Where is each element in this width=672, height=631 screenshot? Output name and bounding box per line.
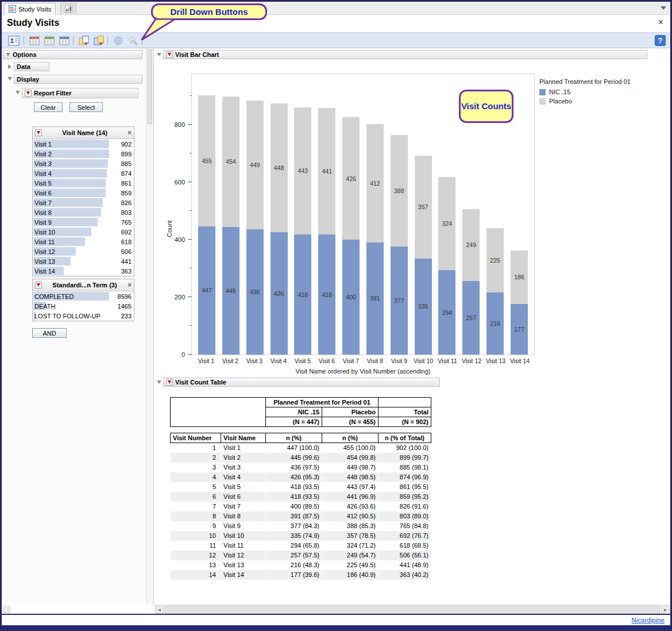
legend-item[interactable]: Placebo — [539, 98, 631, 105]
bar-segment-nic[interactable]: 216 — [486, 293, 504, 355]
filter-row-death[interactable]: DEATH1465 — [33, 301, 134, 311]
bar-segment-placebo[interactable]: 441 — [318, 108, 335, 235]
bar-segment-placebo[interactable]: 249 — [462, 209, 480, 281]
visit-bar-chart-header[interactable]: Visit Bar Chart — [163, 50, 647, 59]
bar-segment-placebo[interactable]: 186 — [511, 251, 528, 304]
tab-study-visits[interactable]: Study Visits — [4, 3, 56, 15]
scroll-left-arrow-icon[interactable]: ◄ — [155, 606, 164, 614]
bar-segment-placebo[interactable]: 412 — [366, 124, 384, 243]
filter-row-visit-13[interactable]: Visit 13441 — [33, 256, 134, 266]
legend-item[interactable]: NIC .15 — [539, 89, 631, 95]
scrollbar-thumb[interactable] — [165, 606, 660, 614]
sidebar-vertical-scrollbar[interactable] — [146, 48, 153, 605]
bar-segment-nic[interactable]: 294 — [438, 270, 455, 355]
bar-segment-nic[interactable]: 177 — [511, 304, 528, 355]
red-menu-icon[interactable] — [166, 379, 173, 386]
filter-row-lost-to-follow-up[interactable]: LOST TO FOLLOW-UP233 — [33, 311, 134, 321]
drilldown-button-1[interactable] — [78, 34, 90, 47]
filter-row-label: Visit 10 — [33, 229, 110, 236]
filter-row-visit-10[interactable]: Visit 10692 — [33, 227, 134, 237]
visit-count-table-title: Visit Count Table — [175, 379, 226, 386]
help-button[interactable]: ? — [655, 35, 666, 46]
close-icon[interactable]: × — [658, 18, 663, 27]
bar-segment-nic[interactable]: 391 — [366, 243, 384, 355]
filter-row-visit-9[interactable]: Visit 9765 — [33, 217, 134, 227]
y-axis-tick — [188, 354, 192, 355]
find-text-button[interactable]: A — [127, 34, 140, 47]
scrollbar-thumb[interactable] — [148, 49, 152, 124]
table-cell: 455 (100.0) — [322, 443, 379, 453]
bar-segment-placebo[interactable]: 448 — [271, 103, 288, 232]
table-cell: 874 (96.9) — [379, 472, 431, 482]
report-filter-header[interactable]: Report Filter — [22, 88, 138, 98]
bar-segment-nic[interactable]: 400 — [342, 240, 360, 355]
bar-segment-nic[interactable]: 418 — [294, 234, 311, 355]
bar-segment-nic[interactable]: 426 — [271, 232, 288, 355]
filter-row-label: Visit 14 — [33, 268, 110, 275]
filter-row-visit-6[interactable]: Visit 6859 — [33, 188, 134, 198]
filter-row-visit-3[interactable]: Visit 3885 — [33, 159, 134, 168]
bar-segment-nic[interactable]: 436 — [246, 229, 264, 355]
collapse-icon[interactable] — [7, 77, 12, 80]
and-button[interactable]: AND — [32, 328, 67, 338]
data-section-header[interactable]: Data — [14, 62, 49, 71]
nicardipine-link[interactable]: Nicardipine — [631, 617, 665, 624]
collapse-icon[interactable] — [157, 53, 161, 56]
table-cell: 388 (85.3) — [322, 521, 379, 531]
filter-row-visit-11[interactable]: Visit 11618 — [33, 237, 134, 247]
collapse-icon[interactable] — [16, 91, 20, 94]
filter-row-visit-8[interactable]: Visit 8803 — [33, 207, 134, 217]
bar-segment-placebo[interactable]: 455 — [198, 95, 215, 226]
bar-segment-nic[interactable]: 377 — [391, 247, 408, 355]
bar-segment-placebo[interactable]: 357 — [415, 156, 432, 259]
visit-count-table-header[interactable]: Visit Count Table — [163, 378, 440, 387]
filter-row-visit-12[interactable]: Visit 12506 — [33, 247, 134, 256]
data-table-button-1[interactable] — [28, 34, 41, 47]
tab-chart-window[interactable] — [60, 3, 76, 15]
drilldown-button-2[interactable] — [92, 34, 105, 47]
bar-segment-placebo[interactable]: 443 — [294, 107, 311, 235]
bar-segment-placebo[interactable]: 225 — [486, 228, 504, 293]
filter-row-completed[interactable]: COMPLETED8596 — [33, 291, 134, 301]
filter-row-label: Visit 8 — [33, 209, 110, 216]
collapse-icon[interactable] — [157, 380, 161, 384]
bar-segment-placebo[interactable]: 426 — [342, 117, 360, 240]
red-menu-icon[interactable] — [35, 282, 42, 288]
globe-button[interactable] — [112, 34, 125, 47]
clear-button[interactable]: Clear — [34, 102, 63, 112]
filter-row-visit-7[interactable]: Visit 7826 — [33, 198, 134, 207]
filter-row-label: Visit 2 — [33, 151, 110, 157]
bar-segment-nic[interactable]: 257 — [462, 281, 480, 355]
options-section-header[interactable]: Options — [3, 50, 142, 59]
close-icon[interactable]: × — [128, 282, 132, 288]
red-menu-icon[interactable] — [166, 51, 173, 58]
bar-segment-nic[interactable]: 418 — [318, 234, 335, 355]
report-button[interactable] — [7, 34, 20, 47]
filter-row-visit-4[interactable]: Visit 4874 — [33, 168, 134, 178]
red-menu-icon[interactable] — [25, 90, 32, 97]
tabstrip-menu-arrow-icon[interactable] — [661, 6, 666, 10]
data-table-button-2[interactable] — [43, 34, 56, 47]
data-table-button-3[interactable] — [58, 34, 71, 47]
bar-segment-placebo[interactable]: 324 — [438, 177, 455, 270]
options-sidebar: Options Data Display Report Filter Clear… — [2, 48, 154, 605]
bar-segment-nic[interactable]: 447 — [198, 226, 215, 355]
expand-icon[interactable] — [8, 64, 11, 69]
bar-segment-nic[interactable]: 445 — [222, 227, 240, 355]
scroll-right-arrow-icon[interactable]: ► — [661, 606, 670, 614]
main-horizontal-scrollbar[interactable]: ◄ ► — [155, 605, 670, 614]
bar-segment-placebo[interactable]: 388 — [391, 135, 408, 247]
table-row: 13Visit 13216 (48.3)225 (49.5)441 (48.9) — [171, 560, 431, 570]
table-cell: 765 (84.8) — [379, 521, 431, 531]
filter-row-visit-2[interactable]: Visit 2899 — [33, 149, 134, 159]
filter-row-visit-5[interactable]: Visit 5861 — [33, 178, 134, 188]
select-button[interactable]: Select — [69, 102, 103, 112]
red-menu-icon[interactable] — [35, 129, 42, 136]
bar-segment-placebo[interactable]: 449 — [246, 101, 264, 230]
close-icon[interactable]: × — [128, 129, 132, 136]
display-section-header[interactable]: Display — [14, 75, 142, 84]
bar-segment-placebo[interactable]: 454 — [222, 97, 240, 227]
filter-row-visit-14[interactable]: Visit 14363 — [33, 266, 134, 276]
filter-row-visit-1[interactable]: Visit 1902 — [33, 139, 134, 149]
bar-segment-nic[interactable]: 335 — [415, 259, 432, 355]
